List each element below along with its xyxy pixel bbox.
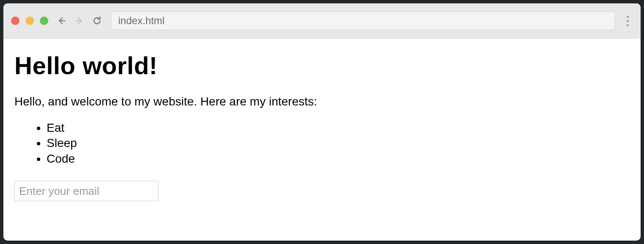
back-button[interactable] [56, 15, 67, 26]
arrow-left-icon [56, 16, 67, 26]
reload-button[interactable] [92, 15, 103, 26]
browser-window: index.html Hello world! Hello, and welco… [3, 3, 641, 241]
forward-button[interactable] [74, 15, 85, 26]
interests-list: Eat Sleep Code [14, 120, 630, 166]
reload-icon [92, 16, 102, 26]
maximize-window-button[interactable] [40, 17, 48, 25]
intro-text: Hello, and welcome to my website. Here a… [14, 95, 630, 108]
nav-buttons [56, 15, 103, 26]
list-item: Eat [47, 120, 630, 136]
dots-icon [627, 16, 629, 18]
email-input[interactable] [14, 181, 158, 201]
arrow-right-icon [74, 16, 84, 26]
browser-menu-button[interactable] [622, 16, 633, 26]
window-controls [11, 17, 48, 25]
page-content: Hello world! Hello, and welcome to my we… [3, 39, 641, 241]
minimize-window-button[interactable] [25, 17, 34, 25]
address-bar-text: index.html [118, 15, 164, 27]
list-item: Sleep [47, 136, 630, 151]
address-bar[interactable]: index.html [111, 11, 615, 30]
page-heading: Hello world! [14, 51, 630, 80]
list-item: Code [47, 151, 630, 166]
browser-chrome-bar: index.html [3, 3, 641, 39]
close-window-button[interactable] [11, 17, 19, 25]
